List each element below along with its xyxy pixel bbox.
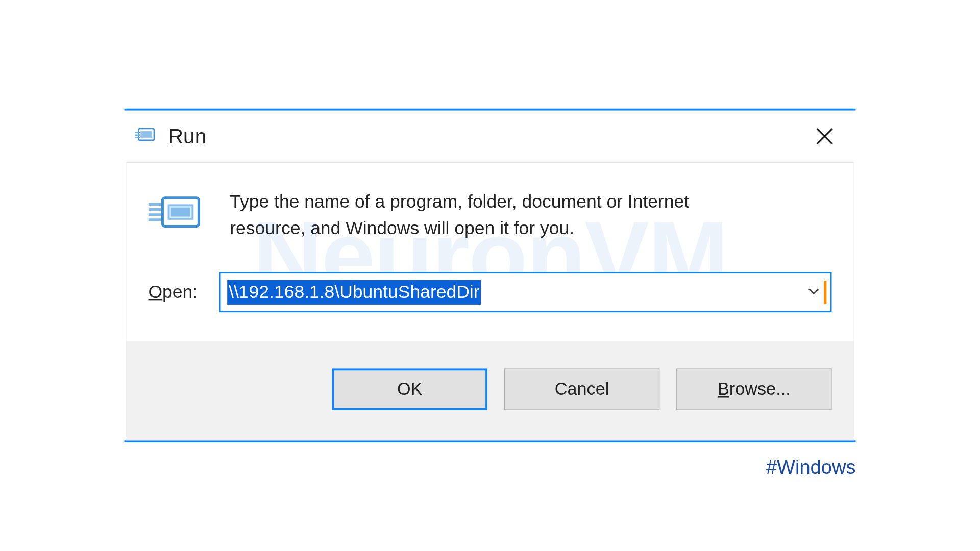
open-row: Open: \\192.168.1.8\UbuntuSharedDir [148,272,831,313]
run-large-icon [148,194,204,237]
close-icon [816,128,834,146]
text-caret [824,281,826,304]
dialog-body: NeuronVM Type the name of a program, fol… [126,162,854,341]
intro-row: Type the name of a program, folder, docu… [148,189,831,241]
run-icon [135,126,157,147]
ok-button[interactable]: OK [332,369,487,410]
ok-button-label: OK [397,380,422,399]
browse-button-label: Browse... [718,380,791,399]
titlebar-left: Run [135,124,206,148]
chevron-down-icon[interactable] [806,283,821,302]
button-bar: OK Cancel Browse... [126,341,854,440]
open-combobox[interactable]: \\192.168.1.8\UbuntuSharedDir [219,272,831,313]
run-dialog: Run NeuronVM Type the nam [125,109,856,443]
close-button[interactable] [809,121,840,152]
dialog-description: Type the name of a program, folder, docu… [230,189,708,241]
hashtag-label: #Windows [766,457,855,479]
open-label: Open: [148,282,198,303]
cancel-button[interactable]: Cancel [504,369,659,410]
dialog-title: Run [168,124,206,148]
cancel-button-label: Cancel [555,380,609,399]
svg-rect-1 [140,131,152,138]
titlebar[interactable]: Run [125,111,856,162]
browse-button[interactable]: Browse... [676,369,831,410]
open-value: \\192.168.1.8\UbuntuSharedDir [228,280,481,305]
